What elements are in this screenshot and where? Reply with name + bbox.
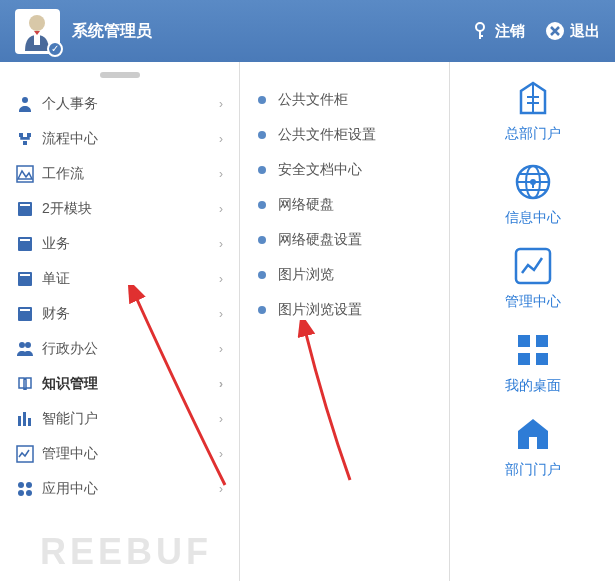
doc-icon: [16, 270, 34, 288]
chevron-right-icon: ›: [219, 482, 223, 496]
sidebar-item[interactable]: 流程中心 ›: [0, 121, 239, 156]
svg-point-19: [18, 482, 24, 488]
submenu-item-label: 图片浏览: [278, 266, 334, 284]
chevron-right-icon: ›: [219, 202, 223, 216]
svg-point-2: [476, 23, 484, 31]
svg-rect-32: [529, 437, 537, 449]
rightbar-item-label: 总部门户: [505, 125, 561, 143]
exit-label: 退出: [570, 22, 600, 41]
chevron-right-icon: ›: [219, 447, 223, 461]
logout-label: 注销: [495, 22, 525, 41]
svg-rect-12: [20, 274, 30, 276]
sidebar-item-label: 应用中心: [42, 480, 219, 498]
bullet-icon: [258, 96, 266, 104]
header: ✓ 系统管理员 注销 退出: [0, 0, 615, 62]
sidebar-item-label: 个人事务: [42, 95, 219, 113]
sidebar-item[interactable]: 行政办公 ›: [0, 331, 239, 366]
finance-icon: [16, 305, 34, 323]
svg-rect-27: [516, 249, 550, 283]
svg-rect-16: [23, 412, 26, 426]
sidebar-item-label: 业务: [42, 235, 219, 253]
sidebar-item[interactable]: 2开模块 ›: [0, 191, 239, 226]
bullet-icon: [258, 306, 266, 314]
bullet-icon: [258, 166, 266, 174]
svg-rect-15: [18, 416, 21, 426]
grid-icon: [512, 329, 554, 371]
chevron-right-icon: ›: [219, 307, 223, 321]
logout-button[interactable]: 注销: [470, 21, 525, 41]
sidebar-item-label: 管理中心: [42, 445, 219, 463]
drag-handle[interactable]: [100, 72, 140, 78]
sidebar-item[interactable]: 智能门户 ›: [0, 401, 239, 436]
sidebar-item[interactable]: 业务 ›: [0, 226, 239, 261]
chevron-right-icon: ›: [219, 272, 223, 286]
submenu-item-label: 网络硬盘设置: [278, 231, 362, 249]
app-icon: [16, 480, 34, 498]
submenu-item-label: 公共文件柜设置: [278, 126, 376, 144]
main: 个人事务 › 流程中心 › 工作流 › 2开模块 › 业务 › 单证 › 财务 …: [0, 62, 615, 581]
rightbar-item[interactable]: 我的桌面: [505, 329, 561, 395]
sidebar-item[interactable]: 个人事务 ›: [0, 86, 239, 121]
submenu-item-label: 网络硬盘: [278, 196, 334, 214]
manage-icon: [16, 445, 34, 463]
sidebar-item-label: 2开模块: [42, 200, 219, 218]
submenu-item[interactable]: 安全文档中心: [240, 152, 449, 187]
check-icon: ✓: [47, 41, 63, 57]
submenu-item-label: 公共文件柜: [278, 91, 348, 109]
module-icon: [16, 200, 34, 218]
username: 系统管理员: [72, 21, 152, 42]
svg-rect-28: [518, 335, 530, 347]
svg-point-21: [18, 490, 24, 496]
sidebar-item-label: 流程中心: [42, 130, 219, 148]
submenu-item[interactable]: 公共文件柜设置: [240, 117, 449, 152]
submenu-item[interactable]: 网络硬盘设置: [240, 222, 449, 257]
chart-icon: [512, 245, 554, 287]
submenu-item[interactable]: 网络硬盘: [240, 187, 449, 222]
sidebar-item[interactable]: 单证 ›: [0, 261, 239, 296]
svg-point-22: [26, 490, 32, 496]
chevron-right-icon: ›: [219, 377, 223, 391]
person-icon: [16, 95, 34, 113]
sidebar-item[interactable]: 财务 ›: [0, 296, 239, 331]
svg-rect-18: [17, 446, 33, 462]
building-icon: [512, 77, 554, 119]
svg-rect-30: [518, 353, 530, 365]
submenu-item[interactable]: 图片浏览: [240, 257, 449, 292]
submenu-item[interactable]: 公共文件柜: [240, 82, 449, 117]
rightbar-item[interactable]: 信息中心: [505, 161, 561, 227]
rightbar-item[interactable]: 总部门户: [505, 77, 561, 143]
svg-rect-17: [28, 418, 31, 426]
key-icon: [470, 21, 490, 41]
rightbar-item-label: 信息中心: [505, 209, 561, 227]
rightbar-item[interactable]: 部门门户: [505, 413, 561, 479]
submenu-item[interactable]: 图片浏览设置: [240, 292, 449, 327]
business-icon: [16, 235, 34, 253]
bullet-icon: [258, 271, 266, 279]
rightbar-item-label: 部门门户: [505, 461, 561, 479]
globe-icon: [512, 161, 554, 203]
chevron-right-icon: ›: [219, 412, 223, 426]
avatar[interactable]: ✓: [15, 9, 60, 54]
portal-icon: [16, 410, 34, 428]
sidebar-item-label: 单证: [42, 270, 219, 288]
chevron-right-icon: ›: [219, 237, 223, 251]
exit-button[interactable]: 退出: [545, 21, 600, 41]
rightbar-item[interactable]: 管理中心: [505, 245, 561, 311]
sidebar-item-label: 智能门户: [42, 410, 219, 428]
svg-rect-10: [20, 239, 30, 241]
chevron-right-icon: ›: [219, 132, 223, 146]
workflow-icon: [16, 165, 34, 183]
flow-icon: [16, 130, 34, 148]
svg-rect-31: [536, 353, 548, 365]
svg-rect-26: [532, 182, 534, 188]
bullet-icon: [258, 236, 266, 244]
sidebar-item-label: 知识管理: [42, 375, 219, 393]
knowledge-icon: [16, 375, 34, 393]
admin-icon: [16, 340, 34, 358]
sidebar-item[interactable]: 管理中心 ›: [0, 436, 239, 471]
bullet-icon: [258, 131, 266, 139]
sidebar-item[interactable]: 知识管理 ›: [0, 366, 239, 401]
sidebar-item[interactable]: 应用中心 ›: [0, 471, 239, 506]
sidebar-item[interactable]: 工作流 ›: [0, 156, 239, 191]
submenu: 公共文件柜 公共文件柜设置 安全文档中心 网络硬盘 网络硬盘设置 图片浏览 图片…: [240, 62, 450, 581]
